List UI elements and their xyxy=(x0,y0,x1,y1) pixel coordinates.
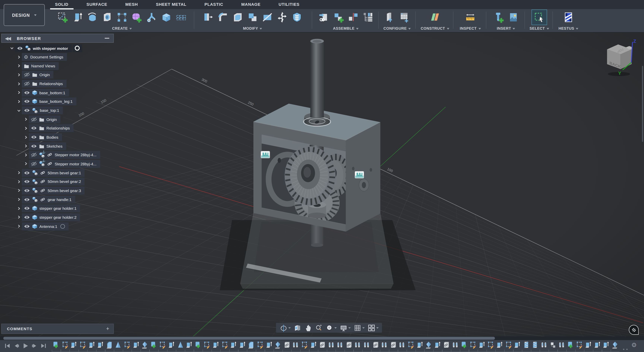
timeline-feature-sketch-icon[interactable] xyxy=(122,341,132,349)
chevron-down-icon[interactable] xyxy=(576,28,578,30)
chevron-right-icon[interactable] xyxy=(16,73,22,77)
chevron-down-icon[interactable] xyxy=(348,327,350,328)
chevron-right-icon[interactable] xyxy=(22,144,29,148)
insert-bolt-icon[interactable] xyxy=(491,10,506,25)
timeline-feature-extrude-icon[interactable] xyxy=(495,341,504,349)
timeline-feature-extrude-icon[interactable] xyxy=(70,341,78,349)
browser-row-origin[interactable]: Origin xyxy=(22,115,60,123)
visibility-eye-off-icon[interactable] xyxy=(31,117,37,121)
timeline-feature-extrude-icon[interactable] xyxy=(602,341,611,349)
timeline-feature-extrude-icon[interactable] xyxy=(96,341,105,349)
timeline-feature-revolve-icon[interactable] xyxy=(114,341,123,349)
visibility-eye-icon[interactable] xyxy=(24,170,30,175)
browser-row-bodies[interactable]: Bodies xyxy=(22,133,62,141)
visibility-eye-icon[interactable] xyxy=(24,90,30,95)
timeline-feature-component-icon[interactable] xyxy=(52,341,61,349)
combine-icon[interactable] xyxy=(245,10,260,25)
visibility-eye-icon[interactable] xyxy=(24,197,30,202)
selection-ring-outline-icon[interactable] xyxy=(60,224,65,228)
zoom-tool-icon[interactable] xyxy=(314,323,324,333)
timeline-feature-move-icon[interactable] xyxy=(548,341,557,349)
timeline-feature-link-icon[interactable] xyxy=(371,341,380,349)
visibility-eye-icon[interactable] xyxy=(24,99,30,104)
viewport-edge-scrollbar[interactable] xyxy=(642,66,643,142)
timeline-feature-extrude-icon[interactable] xyxy=(185,341,194,349)
timeline-feature-chamfer-icon[interactable] xyxy=(424,341,433,349)
timeline-feature-joint-icon[interactable] xyxy=(398,341,406,349)
browser-row-50mm-bevel-gear-1[interactable]: 50mm bevel gear:1 xyxy=(16,169,85,177)
insert-link-icon[interactable] xyxy=(316,10,331,25)
chevron-right-icon[interactable] xyxy=(16,55,22,59)
timeline-feature-sketch-icon[interactable] xyxy=(202,341,212,349)
browser-panel-header[interactable]: ◀◀ BROWSER xyxy=(1,34,114,43)
form-icon[interactable] xyxy=(129,10,144,25)
shell-icon[interactable] xyxy=(230,10,245,25)
visibility-eye-icon[interactable] xyxy=(31,126,37,130)
look-at-tool-icon[interactable] xyxy=(292,323,302,333)
chevron-down-icon[interactable] xyxy=(16,109,22,112)
timeline-feature-component-icon[interactable] xyxy=(194,341,202,349)
fillet-icon[interactable] xyxy=(216,10,230,25)
timeline-feature-sketch-icon[interactable] xyxy=(575,341,584,349)
chevron-right-icon[interactable] xyxy=(16,171,22,174)
viewports-tool-icon[interactable] xyxy=(366,323,380,333)
chevron-down-icon[interactable] xyxy=(447,28,449,30)
browser-row-origin[interactable]: Origin xyxy=(16,71,54,79)
chevron-down-icon[interactable] xyxy=(478,28,481,30)
browser-row-with-stepper-motor[interactable]: with stepper motor xyxy=(8,44,82,52)
chevron-right-icon[interactable] xyxy=(22,126,29,130)
viewport-canvas[interactable]: 300250200150100150100 xyxy=(0,0,644,352)
timeline-feature-extrude-icon[interactable] xyxy=(433,341,442,349)
browser-row-stepper-motor-28byj-4[interactable]: ⚓Stepper motor 28byj-4... xyxy=(22,151,100,159)
lattice-icon[interactable] xyxy=(174,10,188,25)
hole-icon[interactable] xyxy=(100,10,114,25)
grid-display-tool-icon[interactable] xyxy=(352,323,366,333)
timeline-feature-extrude-icon[interactable] xyxy=(478,341,486,349)
timeline-feature-extrude-icon[interactable] xyxy=(229,341,238,349)
timeline-feature-extrude-icon[interactable] xyxy=(264,341,274,349)
tab-plastic[interactable]: PLASTIC xyxy=(196,0,232,9)
play-button[interactable] xyxy=(22,342,29,349)
browser-row-named-views[interactable]: Named Views xyxy=(16,62,59,70)
timeline-feature-sketch-icon[interactable] xyxy=(158,341,167,349)
browser-row-base-bottom-1[interactable]: base_bottom:1 xyxy=(16,89,69,96)
hestus-logo-icon[interactable] xyxy=(561,10,576,25)
select-box-icon[interactable] xyxy=(532,10,546,25)
timeline-feature-sketch-icon[interactable] xyxy=(78,341,88,349)
pattern-icon[interactable] xyxy=(114,10,129,25)
timeline-feature-link-icon[interactable] xyxy=(442,341,451,349)
chevron-down-icon[interactable] xyxy=(8,47,15,50)
measure-icon[interactable] xyxy=(463,10,478,25)
timeline-feature-link-icon[interactable] xyxy=(389,341,398,349)
timeline-feature-thread-icon[interactable] xyxy=(522,341,531,349)
chevron-right-icon[interactable] xyxy=(16,64,22,68)
timeline-feature-extrude-icon[interactable] xyxy=(415,341,424,349)
visibility-eye-icon[interactable] xyxy=(24,206,30,211)
tab-surface[interactable]: SURFACE xyxy=(78,0,116,9)
config-table-icon[interactable] xyxy=(397,10,412,25)
timeline-feature-chamfer-icon[interactable] xyxy=(140,341,150,349)
visibility-eye-off-icon[interactable] xyxy=(31,153,37,157)
timeline-feature-chamfer-icon[interactable] xyxy=(610,341,620,349)
visibility-eye-icon[interactable] xyxy=(31,135,37,139)
chevron-right-icon[interactable] xyxy=(16,82,22,85)
timeline-feature-thread-icon[interactable] xyxy=(531,341,540,349)
browser-row-sketches[interactable]: Sketches xyxy=(22,142,66,150)
design-workspace-menu[interactable]: DESIGN xyxy=(4,4,45,26)
timeline-feature-component-icon[interactable] xyxy=(460,341,469,349)
chevron-down-icon[interactable] xyxy=(260,28,262,30)
chevron-down-icon[interactable] xyxy=(362,327,364,328)
browser-row-relationships[interactable]: Relationships xyxy=(22,124,74,132)
extrude-icon[interactable] xyxy=(70,10,85,25)
joint-icon[interactable] xyxy=(346,10,360,25)
visibility-eye-off-icon[interactable] xyxy=(24,73,30,77)
chevron-right-icon[interactable] xyxy=(22,162,29,165)
timeline-feature-sketch-icon[interactable] xyxy=(220,341,229,349)
tab-manage[interactable]: MANAGE xyxy=(232,0,270,9)
timeline-feature-chamfer-icon[interactable] xyxy=(274,341,282,349)
timeline-feature-joint-icon[interactable] xyxy=(336,341,344,349)
timeline-feature-joint-icon[interactable] xyxy=(380,341,389,349)
timeline-feature-sketch-icon[interactable] xyxy=(406,341,416,349)
timeline-feature-extrude-icon[interactable] xyxy=(211,341,220,349)
tab-solid[interactable]: SOLID xyxy=(46,0,78,9)
